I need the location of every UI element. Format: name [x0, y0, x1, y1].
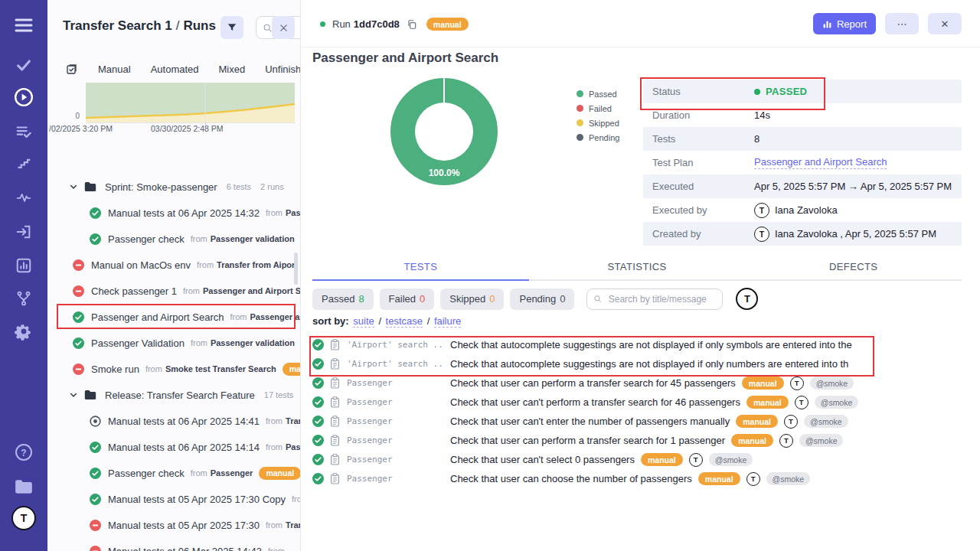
folder-label: Sprint: Smoke-passenger — [105, 181, 217, 193]
test-row[interactable]: PassengerCheck that user can perform a t… — [312, 431, 975, 450]
test-plan-link[interactable]: Passenger and Airport Search — [754, 156, 887, 169]
select-runs-icon[interactable] — [66, 63, 78, 75]
suite-name: Passenger — [347, 474, 443, 484]
tree-folder-row[interactable]: Sprint: Smoke-passenger6 tests2 runs — [47, 174, 300, 200]
filter-passed-button[interactable]: Passed8 — [312, 289, 374, 310]
runs-play-icon[interactable] — [0, 86, 47, 108]
panel-scrollbar[interactable] — [294, 253, 298, 285]
filter-pending-button[interactable]: Pending0 — [510, 289, 574, 310]
milestones-steps-icon[interactable] — [0, 152, 47, 174]
tab-unfinished[interactable]: Unfinished — [265, 64, 301, 75]
tree-run-row[interactable]: Manual tests at 05 Apr 2025 17:30 Copyfr… — [47, 486, 300, 512]
app-window: ?T Transfer Search 1/Runs ManualAutomate… — [0, 0, 980, 551]
filter-button[interactable] — [220, 16, 243, 39]
chevron-down-icon[interactable] — [69, 182, 78, 191]
status-passed-icon — [312, 473, 324, 484]
menu-icon[interactable] — [0, 15, 47, 36]
test-row[interactable]: 'Airport' search ...Check that autocompl… — [312, 335, 975, 354]
tree-run-row[interactable]: Passenger ValidationfromPassenger valida… — [47, 330, 300, 356]
from-suite: Pass — [286, 208, 300, 217]
import-icon[interactable] — [0, 221, 47, 243]
tests-check-icon[interactable] — [0, 54, 47, 76]
tree-run-row[interactable]: Passenger checkfromPassengermanual6 — [47, 460, 300, 486]
tests-search[interactable] — [586, 289, 723, 310]
more-button[interactable]: ⋯ — [885, 13, 919, 34]
chart-x-label-start: /02/2025 3:20 PM — [49, 124, 113, 133]
assignee-filter-avatar[interactable]: T — [736, 288, 758, 310]
tab-mixed[interactable]: Mixed — [219, 64, 246, 75]
tests-search-input[interactable] — [607, 293, 717, 305]
tree-run-row[interactable]: Manual tests at 06 Mar 2025 14:43from — [47, 538, 300, 551]
test-row[interactable]: 'Airport' search ...Check that autocompl… — [312, 354, 975, 373]
manual-badge: manual — [731, 434, 773, 447]
filter-failed-button[interactable]: Failed0 — [380, 289, 435, 310]
sort-testcase-link[interactable]: testcase — [386, 315, 423, 328]
tree-run-row[interactable]: Passenger checkfromPassenger validationm… — [47, 226, 300, 252]
folder-icon — [84, 181, 96, 192]
tree-run-row[interactable]: Check passenger 1fromPassenger and Airpo… — [47, 278, 300, 304]
breadcrumb-separator: / — [176, 18, 180, 33]
tab-automated[interactable]: Automated — [151, 64, 199, 75]
tab-statistics[interactable]: STATISTICS — [529, 259, 746, 279]
tree-run-row[interactable]: Manual on MacOs envfromTransfer from Aip… — [47, 252, 300, 278]
test-title[interactable]: Check that autocomplete suggestings are … — [450, 358, 848, 370]
documentation-folder-icon[interactable] — [0, 476, 47, 497]
test-title[interactable]: Check that user can choose the number of… — [450, 473, 692, 484]
chevron-down-icon[interactable] — [69, 390, 78, 399]
run-label: Manual tests at 06 Apr 2025 14:32 — [108, 207, 260, 219]
tree-folder-row[interactable]: Release: Transfer Search Feature17 tests… — [47, 382, 300, 408]
settings-gear-icon[interactable] — [0, 321, 47, 342]
tab-defects[interactable]: DEFECTS — [745, 259, 962, 279]
close-search-button[interactable] — [272, 16, 295, 39]
branches-icon[interactable] — [0, 288, 47, 309]
test-title[interactable]: Check that user can perform a transfer s… — [450, 377, 736, 389]
tab-tests[interactable]: TESTS — [312, 259, 529, 281]
tree-run-row[interactable]: Manual tests at 06 Apr 2025 14:32fromPas… — [47, 200, 300, 226]
tree-run-row[interactable]: Manual tests at 05 Apr 2025 17:30fromTra… — [47, 512, 300, 538]
test-row[interactable]: PassengerCheck that user can choose the … — [312, 469, 975, 488]
tree-run-row[interactable]: Smoke runfromSmoke test Transfer Searchm… — [47, 356, 300, 382]
test-title[interactable]: Check that user can perform a transfer s… — [450, 435, 725, 446]
user-avatar: T — [754, 227, 769, 242]
summary-plain-value: 8 — [754, 133, 760, 145]
status-failed-icon — [73, 364, 84, 375]
summary-value: 8 — [754, 133, 760, 145]
test-row[interactable]: PassengerCheck that user can perform a t… — [312, 373, 975, 393]
tag-smoke: @smoke — [709, 453, 753, 466]
help-icon[interactable]: ? — [0, 442, 47, 463]
run-topbar: Run 1dd7c0d8 manual Report ⋯ ✕ — [301, 0, 980, 47]
tree-run-row[interactable]: Passenger and Airport SearchfromPassenge… — [47, 304, 300, 330]
summary-label: Tests — [652, 133, 754, 145]
test-title[interactable]: Check that autocomplete suggestings are … — [450, 339, 852, 350]
test-title[interactable]: Check that user can't enter the number o… — [450, 416, 730, 427]
tab-manual[interactable]: Manual — [98, 64, 131, 75]
reports-chart-icon[interactable] — [0, 255, 47, 276]
run-detail: Run 1dd7c0d8 manual Report ⋯ ✕ Passenger… — [301, 0, 980, 551]
summary-table: StatusPASSEDDuration14sTests8Test PlanPa… — [643, 80, 962, 246]
profile-logo-icon[interactable]: T — [0, 507, 47, 529]
project-title[interactable]: Transfer Search 1 — [63, 18, 172, 33]
report-button[interactable]: Report — [813, 13, 876, 34]
test-row[interactable]: PassengerCheck that user can't perform a… — [312, 393, 975, 412]
summary-label: Duration — [652, 109, 754, 121]
test-title[interactable]: Check that user can't perform a transfer… — [450, 396, 740, 408]
sort-suite-link[interactable]: suite — [353, 315, 374, 328]
analytics-pulse-icon[interactable] — [0, 187, 47, 208]
summary-label: Status — [652, 86, 754, 97]
close-icon — [279, 24, 288, 32]
test-plans-icon[interactable] — [0, 121, 47, 142]
tree-run-row[interactable]: Manual tests at 06 Apr 2025 14:41fromTra… — [47, 408, 300, 434]
tree-run-row[interactable]: Manual tests at 06 Apr 2025 14:14fromPas… — [47, 434, 300, 460]
test-title[interactable]: Check that user can't select 0 passenger… — [450, 454, 635, 465]
from-label: from — [145, 364, 162, 373]
sort-failure-link[interactable]: failure — [434, 315, 461, 328]
tag-smoke: @smoke — [766, 472, 811, 485]
close-run-button[interactable]: ✕ — [928, 13, 962, 34]
copy-icon[interactable] — [407, 19, 417, 30]
from-suite: Transfer from Aiport — [217, 260, 298, 269]
test-row[interactable]: PassengerCheck that user can't enter the… — [312, 412, 975, 431]
legend-skipped: Skipped — [577, 116, 619, 130]
test-row[interactable]: PassengerCheck that user can't select 0 … — [312, 450, 975, 469]
filter-skipped-button[interactable]: Skipped0 — [440, 289, 504, 310]
assignee-avatar: T — [779, 434, 793, 448]
